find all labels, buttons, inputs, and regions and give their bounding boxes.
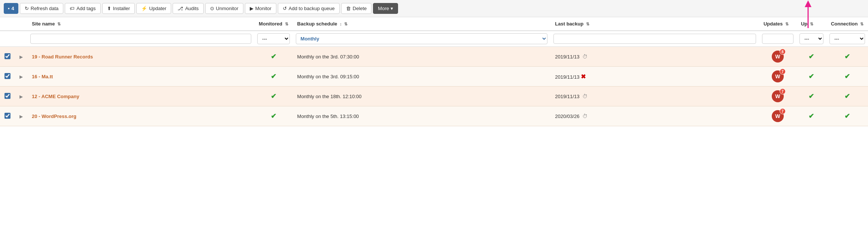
- updater-label: Updater: [149, 6, 166, 11]
- audits-icon: ⎇: [177, 6, 183, 11]
- row1-wp-letter: W: [775, 54, 780, 60]
- add-backup-button[interactable]: ↺ Add to backup queue: [278, 3, 340, 14]
- installer-button[interactable]: ⬆ Installer: [102, 3, 135, 14]
- table-row: ▶ 20 - WordPress.org ✔ Monthly on the 5t…: [0, 106, 868, 126]
- row4-checkbox[interactable]: [4, 113, 10, 119]
- selected-count-badge[interactable]: ▪ 4: [4, 3, 18, 14]
- row4-backup-cell: Monthly on the 5th. 13:15:00: [293, 106, 551, 126]
- row2-up-cell: ✔: [796, 67, 826, 87]
- filter-sitename-cell: [27, 31, 254, 47]
- delete-icon: 🗑: [346, 6, 351, 11]
- row4-wp-letter: W: [775, 113, 780, 119]
- row3-monitored-check: ✔: [271, 93, 276, 100]
- filter-expand-cell: [15, 31, 27, 47]
- col-header-lastbackup[interactable]: Last backup ⇅: [550, 17, 759, 31]
- row4-update-count: 7: [780, 108, 786, 114]
- installer-label: Installer: [113, 6, 130, 11]
- row4-expand-icon[interactable]: ▶: [19, 114, 23, 119]
- row2-connection-check: ✔: [844, 73, 850, 80]
- up-filter-select[interactable]: --- Yes No: [799, 33, 823, 44]
- row2-connection-cell: ✔: [826, 67, 868, 87]
- addtags-label: Add tags: [76, 6, 95, 11]
- row2-wp-letter: W: [775, 73, 780, 79]
- row3-expand-icon[interactable]: ▶: [19, 94, 23, 99]
- sort-connection-icon[interactable]: ⇅: [860, 22, 864, 27]
- sort-backup-icon2[interactable]: ⇅: [344, 22, 347, 27]
- tag-icon: 🏷: [70, 6, 75, 11]
- updates-filter-input[interactable]: [762, 34, 793, 44]
- col-header-updates[interactable]: Updates ⇅: [759, 17, 796, 31]
- row1-checkbox-cell: [0, 47, 15, 67]
- row1-backup-status-icon: ⏱: [582, 54, 588, 60]
- delete-button[interactable]: 🗑 Delete: [341, 3, 372, 14]
- page-wrapper: ▪ 4 ↻ Refresh data 🏷 Add tags ⬆ Installe…: [0, 0, 868, 126]
- row1-expand-cell: ▶: [15, 47, 27, 67]
- sitename-filter-input[interactable]: [30, 34, 251, 44]
- updater-icon: ⚡: [141, 6, 147, 11]
- row2-expand-icon[interactable]: ▶: [19, 74, 23, 79]
- row1-monitored-cell: ✔: [254, 47, 292, 67]
- more-label: More ▾: [378, 6, 393, 11]
- refresh-data-button[interactable]: ↻ Refresh data: [20, 3, 63, 14]
- row3-sitename-cell: 12 - ACME Company: [27, 87, 254, 106]
- row3-backup-cell: Monthly on the 18th. 12:10:00: [293, 87, 551, 106]
- sort-lastbackup-icon[interactable]: ⇅: [586, 22, 589, 27]
- table-wrapper: Site name ⇅ Monitored ⇅ Backup schedule …: [0, 17, 868, 126]
- row4-connection-cell: ✔: [826, 106, 868, 126]
- row3-expand-cell: ▶: [15, 87, 27, 106]
- col-header-backup[interactable]: Backup schedule ↕ ⇅: [293, 17, 551, 31]
- table-row: ▶ 16 - Ma.tt ✔ Monthly on the 3rd. 09:15…: [0, 67, 868, 87]
- row2-backup-status-icon: ✖: [581, 73, 586, 80]
- table-row: ▶ 19 - Road Runner Records ✔ Monthly on …: [0, 47, 868, 67]
- lastbackup-filter-input[interactable]: [553, 34, 756, 44]
- row1-expand-icon[interactable]: ▶: [19, 54, 23, 60]
- unmonitor-button[interactable]: ⊙ Unmonitor: [205, 3, 243, 14]
- row3-wp-badge[interactable]: W 7: [772, 90, 784, 102]
- row2-expand-cell: ▶: [15, 67, 27, 87]
- row1-update-count: 8: [780, 49, 786, 55]
- minus-icon: ▪: [8, 6, 10, 11]
- backup-icon: ↺: [283, 6, 287, 11]
- sort-monitored-icon[interactable]: ⇅: [285, 22, 288, 27]
- row3-up-cell: ✔: [796, 87, 826, 106]
- updater-button[interactable]: ⚡ Updater: [136, 3, 171, 14]
- col-header-sitename[interactable]: Site name ⇅: [27, 17, 254, 31]
- add-tags-button[interactable]: 🏷 Add tags: [65, 3, 100, 14]
- row4-site-link[interactable]: 20 - WordPress.org: [32, 114, 76, 119]
- sort-backup-icon[interactable]: ↕: [340, 22, 342, 26]
- row3-checkbox[interactable]: [4, 93, 10, 99]
- filter-connection-cell: --- Yes No: [826, 31, 868, 47]
- row1-site-link[interactable]: 19 - Road Runner Records: [32, 54, 93, 60]
- row1-connection-cell: ✔: [826, 47, 868, 67]
- sort-sitename-icon[interactable]: ⇅: [57, 22, 61, 27]
- audits-button[interactable]: ⎇ Audits: [173, 3, 203, 14]
- filter-checkbox-cell: [0, 31, 15, 47]
- row3-lastbackup-cell: 2019/11/13 ⏱: [550, 87, 759, 106]
- monitor-button[interactable]: ▶ Monitor: [245, 3, 276, 14]
- sort-updates-icon[interactable]: ⇅: [785, 22, 789, 27]
- sort-up-icon[interactable]: ⇅: [810, 22, 813, 27]
- row4-updates-cell: W 7: [759, 106, 796, 126]
- row4-wp-badge[interactable]: W 7: [772, 110, 784, 122]
- row2-checkbox[interactable]: [4, 73, 10, 79]
- col-header-up[interactable]: Up ⇅: [796, 17, 826, 31]
- more-button[interactable]: More ▾: [373, 3, 398, 14]
- row1-lastbackup-date: 2019/11/13: [555, 54, 579, 60]
- connection-filter-select[interactable]: --- Yes No: [829, 33, 865, 44]
- row2-sitename-cell: 16 - Ma.tt: [27, 67, 254, 87]
- row1-updates-cell: W 8: [759, 47, 796, 67]
- row1-sitename-cell: 19 - Road Runner Records: [27, 47, 254, 67]
- monitor-icon: ▶: [250, 6, 254, 11]
- row3-site-link[interactable]: 12 - ACME Company: [32, 94, 79, 99]
- row2-wp-badge[interactable]: W 7: [772, 70, 784, 82]
- col-header-connection[interactable]: Connection ⇅: [826, 17, 868, 31]
- backup-filter-select[interactable]: Monthly --- Daily Weekly: [296, 33, 548, 44]
- col-header-checkbox: [0, 17, 15, 31]
- monitored-filter-select[interactable]: --- Yes No: [257, 33, 289, 44]
- col-header-monitored[interactable]: Monitored ⇅: [254, 17, 292, 31]
- row2-site-link[interactable]: 16 - Ma.tt: [32, 74, 53, 79]
- row1-wp-badge[interactable]: W 8: [772, 51, 784, 63]
- col-connection-label: Connection: [831, 21, 858, 27]
- row1-checkbox[interactable]: [4, 53, 10, 59]
- row4-monitored-cell: ✔: [254, 106, 292, 126]
